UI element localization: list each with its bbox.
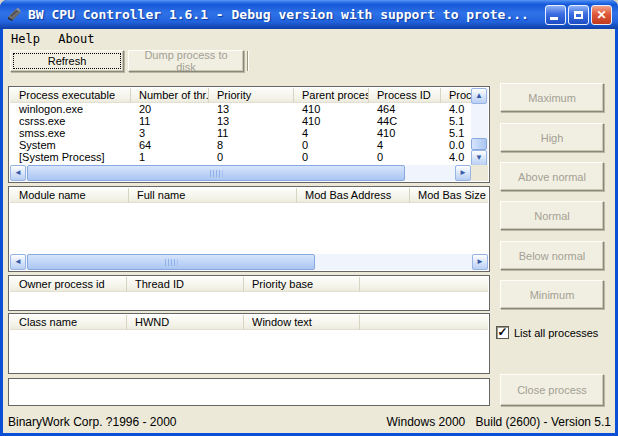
column-header[interactable]: HWND [127,315,244,330]
scrollbar-thumb[interactable] [27,254,315,270]
window-listview: Class name HWND Window text [8,313,490,374]
cell: 11 [131,115,209,127]
priority-high-button[interactable]: High [500,123,604,152]
column-header[interactable]: Number of thr... [131,88,209,103]
thumb-grip [165,259,178,266]
cell: 0 [209,151,294,163]
column-header[interactable]: Thread ID [127,277,244,292]
cell: [System Process] [10,151,131,163]
table-row[interactable]: System 64 8 0 4 0.0 [10,139,488,151]
status-copyright: BinaryWork Corp. ?1996 - 2000 [8,415,380,429]
column-header[interactable]: Process ID [369,88,441,103]
cell: csrss.exe [10,115,131,127]
status-os: Windows 2000 [387,415,466,429]
scrollbar-thumb[interactable] [471,138,487,150]
list-all-processes-option[interactable]: ✓ List all processes [496,326,598,339]
vertical-scrollbar[interactable]: ▲ ▼ [471,88,488,166]
module-list-header: Module name Full name Mod Bas Address Mo… [10,188,488,203]
list-all-processes-checkbox[interactable]: ✓ [496,326,509,339]
column-header[interactable]: Mod Bas Address [297,188,410,203]
scroll-right-button[interactable]: ► [455,165,471,181]
cell: 64 [131,139,209,151]
cell: winlogon.exe [10,103,131,115]
close-button[interactable]: ✕ [591,5,612,25]
scroll-up-button[interactable]: ▲ [471,88,487,104]
cell: 3 [131,127,209,139]
cell: 4 [294,127,369,139]
module-listview: Module name Full name Mod Bas Address Mo… [8,186,490,272]
checkbox-label[interactable]: List all processes [514,327,598,339]
menu-bar: Help About [3,29,615,48]
client-area: Help About Refresh Dump process to disk … [3,29,615,433]
cell: 11 [209,127,294,139]
cell: 8 [209,139,294,151]
column-header[interactable]: Window text [244,315,360,330]
priority-minimum-button[interactable]: Minimum [500,280,604,309]
priority-maximum-button[interactable]: Maximum [500,83,604,112]
dump-process-button[interactable]: Dump process to disk [128,50,244,72]
cell: 410 [294,115,369,127]
cell: 20 [131,103,209,115]
cell: 464 [369,103,441,115]
column-header[interactable]: Owner process id [10,277,127,292]
status-version: Windows 2000 Build (2600) - Version 5.1 [380,415,611,429]
menu-about[interactable]: About [51,30,101,49]
horizontal-scrollbar[interactable]: ◄ ► [10,165,471,181]
column-header[interactable]: Priority base [244,277,360,292]
scroll-down-button[interactable]: ▼ [471,150,487,166]
process-listview: Process executable Number of thr... Prio… [8,86,490,183]
horizontal-scrollbar[interactable]: ◄ ► [10,254,488,270]
minimize-button[interactable] [545,5,566,25]
column-header[interactable]: Class name [10,315,127,330]
column-header[interactable] [360,277,488,292]
column-header[interactable]: Priority [209,88,294,103]
cell: 13 [209,115,294,127]
cell: 0 [369,151,441,163]
cell: System [10,139,131,151]
column-header[interactable]: Full name [129,188,297,203]
table-row[interactable]: winlogon.exe 20 13 410 464 4.0 [10,103,488,115]
cell: 1 [131,151,209,163]
priority-below-normal-button[interactable]: Below normal [500,241,604,270]
window-list-header: Class name HWND Window text [10,315,488,330]
column-header[interactable]: Module name [10,188,129,203]
thread-list-header: Owner process id Thread ID Priority base [10,277,488,292]
app-icon [7,8,23,22]
column-header[interactable]: Mod Bas Size [410,188,488,203]
status-build: Build (2600) - Version 5.1 [476,415,611,429]
priority-normal-button[interactable]: Normal [500,201,604,230]
close-icon: ✕ [596,9,606,21]
cell: 0 [294,151,369,163]
priority-above-normal-button[interactable]: Above normal [500,162,604,191]
process-rows: winlogon.exe 20 13 410 464 4.0 csrss.exe… [10,103,488,163]
window-title: BW CPU Controller 1.6.1 - Debug version … [28,7,543,22]
scroll-right-button[interactable]: ► [472,254,488,270]
refresh-button[interactable]: Refresh [10,50,124,72]
cell: 13 [209,103,294,115]
maximize-button[interactable] [568,5,589,25]
cell: 410 [294,103,369,115]
table-row[interactable]: [System Process] 1 0 0 0 4.0 [10,151,488,163]
minimize-icon [550,17,558,20]
scroll-left-button[interactable]: ◄ [10,254,26,270]
column-header[interactable] [360,315,488,330]
cell: 0 [294,139,369,151]
table-row[interactable]: smss.exe 3 11 4 410 5.1 [10,127,488,139]
scrollbar-corner [471,165,488,181]
cell: 44C [369,115,441,127]
title-bar[interactable]: BW CPU Controller 1.6.1 - Debug version … [0,0,618,29]
column-header[interactable]: Process executable [10,88,131,103]
table-row[interactable]: csrss.exe 11 13 410 44C 5.1 [10,115,488,127]
thread-listview: Owner process id Thread ID Priority base [8,275,490,311]
scroll-left-button[interactable]: ◄ [10,165,26,181]
close-process-button[interactable]: Close process [500,374,604,406]
menu-help[interactable]: Help [4,30,47,49]
window-text-box[interactable] [8,378,490,406]
process-list-header: Process executable Number of thr... Prio… [10,88,488,103]
status-bar: BinaryWork Corp. ?1996 - 2000 Windows 20… [3,410,615,433]
cell: 410 [369,127,441,139]
app-window: BW CPU Controller 1.6.1 - Debug version … [0,0,618,436]
scrollbar-thumb[interactable] [27,165,405,181]
column-header[interactable]: Parent process [294,88,369,103]
cell: smss.exe [10,127,131,139]
